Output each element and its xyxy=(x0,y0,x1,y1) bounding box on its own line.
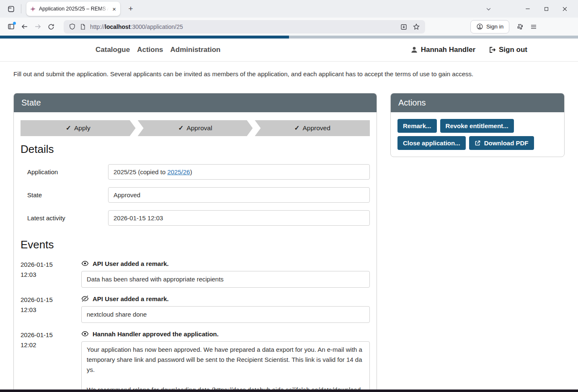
close-application-button[interactable]: Close application... xyxy=(397,136,466,150)
event-title: Hannah Handler approved the application. xyxy=(93,330,219,338)
sign-in-label: Sign in xyxy=(486,23,503,30)
user-name: Hannah Handler xyxy=(421,46,475,54)
external-link-icon xyxy=(475,140,481,146)
firefox-view-icon[interactable] xyxy=(4,2,18,15)
revoke-entitlement-button[interactable]: Revoke entitlement... xyxy=(440,119,514,133)
page-info-icon[interactable] xyxy=(80,23,86,30)
browser-toolbar: http://localhost:3000/application/25 Sig… xyxy=(0,18,578,36)
download-pdf-button[interactable]: Download PDF xyxy=(469,136,534,150)
phase-approval: ✓ Approval xyxy=(138,120,253,136)
window-maximize-button[interactable] xyxy=(537,2,555,16)
check-icon: ✓ xyxy=(66,124,71,132)
user-icon xyxy=(410,46,418,54)
state-label: State xyxy=(21,191,108,199)
tab-favicon-sparkle-icon xyxy=(30,6,36,12)
browser-sign-in-button[interactable]: Sign in xyxy=(470,20,509,34)
rems-page: Catalogue Actions Administration Hannah … xyxy=(0,39,578,389)
browser-titlebar: Application 2025/25 – REMS AIDA × + xyxy=(0,0,578,18)
sidebar-toggle-icon[interactable] xyxy=(4,20,18,34)
event-title: API User added a remark. xyxy=(93,260,169,267)
save-page-icon[interactable] xyxy=(400,23,408,31)
event-timestamp: 2026-01-15 12:03 xyxy=(21,295,81,323)
menu-hamburger-icon[interactable] xyxy=(527,20,540,34)
event-row: 2026-01-15 12:02 Hannah Handler approved… xyxy=(21,330,370,389)
list-tabs-chevron-icon[interactable] xyxy=(479,2,498,16)
state-value: Approved xyxy=(108,187,370,203)
latest-activity-label: Latest activity xyxy=(21,214,108,222)
field-latest-activity: Latest activity 2026-01-15 12:03 xyxy=(21,210,370,226)
shield-icon[interactable] xyxy=(69,23,76,30)
nav-link-administration[interactable]: Administration xyxy=(170,46,221,54)
progress-fill xyxy=(0,36,289,39)
application-phases: ✓ Apply ✓ Approval ✓ Approved xyxy=(21,120,370,136)
event-row: 2026-01-15 12:03 API User added a remark… xyxy=(21,260,370,288)
user-menu[interactable]: Hannah Handler xyxy=(410,46,475,54)
phase-apply: ✓ Apply xyxy=(21,120,136,136)
event-timestamp: 2026-01-15 12:02 xyxy=(21,330,81,389)
check-icon: ✓ xyxy=(178,124,183,132)
browser-tab[interactable]: Application 2025/25 – REMS AIDA × xyxy=(26,2,120,16)
check-icon: ✓ xyxy=(294,124,300,132)
page-load-progressbar xyxy=(0,36,578,39)
window-bottom-edge xyxy=(0,389,578,392)
forward-button[interactable] xyxy=(31,20,44,34)
state-panel: State ✓ Apply ✓ Approval ✓ App xyxy=(13,93,377,389)
field-state: State Approved xyxy=(21,187,370,203)
sign-out-button[interactable]: Sign out xyxy=(489,46,527,54)
eye-slash-icon xyxy=(81,295,89,302)
application-label: Application xyxy=(21,168,108,175)
events-heading: Events xyxy=(21,238,370,251)
url-text: http://localhost:3000/application/25 xyxy=(90,23,183,30)
notification-dot xyxy=(13,22,16,25)
extensions-puzzle-icon[interactable] xyxy=(513,20,527,34)
tab-close-icon[interactable]: × xyxy=(111,5,117,13)
remark-button[interactable]: Remark... xyxy=(397,119,437,133)
event-remark-box: Data has been shared with appropriate re… xyxy=(81,271,370,288)
reload-button[interactable] xyxy=(44,20,58,34)
event-remark-box: nextcloud share done xyxy=(81,306,370,323)
event-row: 2026-01-15 12:03 API User added a remark… xyxy=(21,295,370,323)
window-minimize-button[interactable] xyxy=(519,2,537,16)
bookmark-star-icon[interactable] xyxy=(413,23,420,31)
url-input[interactable]: http://localhost:3000/application/25 xyxy=(64,20,425,34)
state-panel-title: State xyxy=(14,93,377,112)
eye-icon xyxy=(81,330,89,338)
new-tab-button[interactable]: + xyxy=(124,3,137,15)
latest-activity-value: 2026-01-15 12:03 xyxy=(108,210,370,226)
eye-icon xyxy=(81,260,89,267)
actions-panel-title: Actions xyxy=(391,93,564,112)
app-navbar: Catalogue Actions Administration Hannah … xyxy=(0,39,578,62)
details-heading: Details xyxy=(21,143,370,156)
window-close-button[interactable] xyxy=(555,2,574,16)
nav-link-catalogue[interactable]: Catalogue xyxy=(95,46,130,54)
page-intro-text: Fill out and submit the application. Sev… xyxy=(13,70,565,77)
phase-approved: ✓ Approved xyxy=(255,120,370,136)
field-application: Application 2025/25 (copied to 2025/26) xyxy=(21,164,370,180)
copied-application-link[interactable]: 2025/26 xyxy=(167,168,190,175)
titlebar-divider xyxy=(21,4,21,13)
sign-out-icon xyxy=(489,46,496,54)
application-value: 2025/25 (copied to 2025/26) xyxy=(108,164,370,180)
back-button[interactable] xyxy=(18,20,31,34)
tab-title: Application 2025/25 – REMS AIDA xyxy=(39,6,108,12)
nav-link-actions[interactable]: Actions xyxy=(137,46,163,54)
event-title: API User added a remark. xyxy=(93,295,169,302)
event-remark-box: Your application has now been approved. … xyxy=(81,341,370,389)
actions-panel: Actions Remark... Revoke entitlement... … xyxy=(390,93,565,157)
event-timestamp: 2026-01-15 12:03 xyxy=(21,260,81,288)
